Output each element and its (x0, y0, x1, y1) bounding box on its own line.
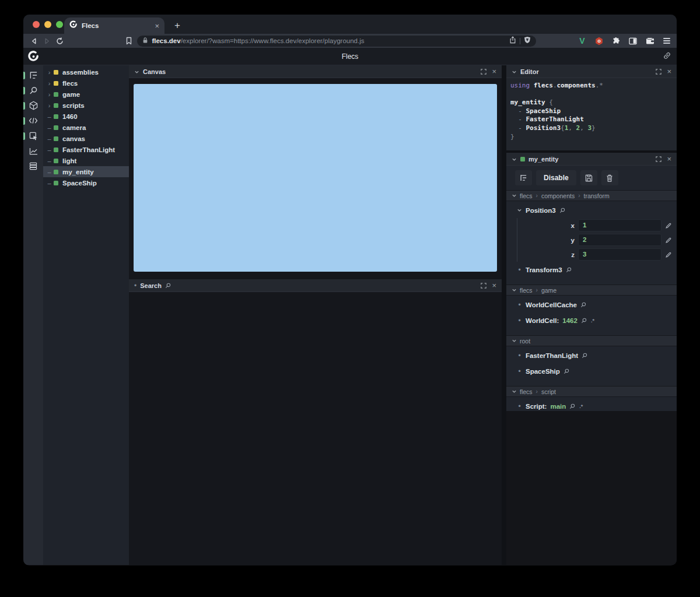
component-WorldCellCache[interactable]: •WorldCellCache (506, 297, 677, 312)
component-Position3[interactable]: Position3 (506, 202, 677, 218)
magnifier-icon[interactable] (569, 403, 575, 409)
expand-chevron-icon[interactable]: › (46, 91, 52, 98)
magnifier-icon[interactable] (566, 267, 572, 273)
section-header-flecs-game[interactable]: flecs›game (506, 285, 677, 296)
tree-item-my_entity[interactable]: –my_entity (43, 166, 129, 177)
close-window-button[interactable] (33, 21, 40, 28)
close-icon[interactable]: × (492, 68, 496, 75)
fullscreen-icon[interactable] (481, 66, 487, 77)
outline-tool-button[interactable] (23, 68, 43, 83)
bookmark-icon[interactable] (123, 35, 135, 47)
chevron-down-icon[interactable] (512, 154, 517, 164)
render-canvas[interactable] (134, 84, 497, 272)
window-controls[interactable] (33, 21, 63, 28)
minimize-window-button[interactable] (44, 21, 51, 28)
expand-chevron-icon[interactable]: › (46, 102, 52, 109)
component-SpaceShip[interactable]: •SpaceShip (506, 363, 677, 379)
disable-button[interactable]: Disable (536, 170, 576, 185)
url-domain: flecs.dev (152, 37, 180, 44)
tree-item-camera[interactable]: –camera (43, 122, 129, 133)
code-editor[interactable]: using flecs.components.* my_entity { - S… (506, 78, 677, 150)
fullscreen-icon[interactable] (656, 154, 662, 164)
wallet-icon[interactable] (645, 36, 655, 46)
code-tool-button[interactable] (23, 113, 43, 128)
component-FasterThanLight[interactable]: •FasterThanLight (506, 347, 677, 363)
chevron-down-icon[interactable] (134, 66, 139, 77)
rows-tool-button[interactable] (23, 159, 43, 174)
query-filter-button[interactable] (515, 170, 532, 185)
magnifier-icon[interactable] (582, 353, 587, 359)
tree-item-scripts[interactable]: ›scripts (43, 100, 129, 111)
cube-tool-button[interactable] (23, 98, 43, 113)
back-icon[interactable] (28, 35, 41, 47)
component-Transform3[interactable]: •Transform3 (506, 262, 677, 278)
bullet-icon[interactable]: • (517, 402, 522, 410)
section-header-root[interactable]: root (506, 335, 677, 346)
code-line: - Position3{1, 2, 3} (510, 124, 677, 133)
new-tab-button[interactable]: + (169, 17, 186, 34)
tree-item-SpaceShip[interactable]: –SpaceShip (43, 177, 129, 188)
bullet-icon[interactable]: • (517, 301, 522, 309)
search-tool-button[interactable] (23, 83, 43, 98)
browser-tab[interactable]: Flecs × (64, 17, 164, 34)
section-header-flecs-components-transform[interactable]: flecs›components›transform (506, 190, 677, 201)
section-body: •FasterThanLight•SpaceShip (506, 346, 677, 382)
close-icon[interactable]: × (667, 68, 671, 75)
chevron-down-icon[interactable] (512, 66, 517, 77)
vue-devtools-icon[interactable]: V (577, 36, 587, 46)
fullscreen-icon[interactable] (656, 66, 662, 77)
pencil-icon[interactable] (665, 251, 672, 258)
zoom-window-button[interactable] (56, 21, 63, 28)
close-icon[interactable]: × (492, 282, 496, 289)
tree-item-light[interactable]: –light (43, 155, 129, 166)
tab-close-icon[interactable]: × (155, 22, 159, 30)
link-icon[interactable] (663, 51, 671, 62)
chart-tool-button[interactable] (23, 143, 43, 159)
pencil-icon[interactable] (665, 222, 672, 229)
shield-icon[interactable] (524, 36, 531, 46)
trash-icon[interactable] (601, 170, 618, 185)
component-name: Position3 (526, 207, 556, 214)
path-separator: › (536, 192, 538, 199)
menu-icon[interactable] (662, 36, 672, 46)
tree-item-flecs[interactable]: ›flecs (43, 78, 129, 89)
expand-chevron-icon[interactable]: › (46, 69, 52, 76)
magnifier-icon[interactable] (559, 208, 565, 213)
component-Script[interactable]: •Script:main.* (506, 398, 677, 411)
field-row-z: z3 (517, 247, 677, 262)
magnifier-icon[interactable] (580, 302, 586, 308)
tree-item-game[interactable]: ›game (43, 89, 129, 100)
field-value-input[interactable]: 2 (578, 234, 662, 246)
sidebar-toggle-icon[interactable] (628, 36, 638, 46)
fullscreen-icon[interactable] (481, 280, 487, 291)
inspector-tool-button[interactable] (23, 128, 43, 143)
bullet-icon[interactable]: • (517, 352, 522, 360)
magnifier-icon[interactable] (564, 368, 569, 374)
puzzle-extensions-icon[interactable] (611, 36, 621, 46)
tree-item-assemblies[interactable]: ›assemblies (43, 66, 129, 78)
hexagon-extension-icon[interactable] (594, 36, 604, 46)
code-line: } (510, 133, 677, 142)
pencil-icon[interactable] (665, 237, 672, 244)
bullet-icon[interactable]: • (517, 266, 522, 274)
bullet-icon[interactable]: • (134, 282, 136, 290)
field-value-input[interactable]: 1 (578, 219, 662, 231)
section-header-flecs-script[interactable]: flecs›script (506, 386, 677, 397)
tree-item-1460[interactable]: –1460 (43, 111, 129, 122)
share-icon[interactable] (509, 36, 516, 46)
bullet-icon[interactable]: • (517, 367, 522, 375)
component-WorldCell[interactable]: •WorldCell:1462.* (506, 312, 677, 328)
tree-item-canvas[interactable]: –canvas (43, 133, 129, 144)
magnifier-icon[interactable] (581, 318, 587, 324)
tool-sidebar (23, 65, 43, 565)
tree-item-FasterThanLight[interactable]: –FasterThanLight (43, 144, 129, 155)
expand-chevron-icon[interactable]: › (46, 80, 52, 87)
bullet-icon[interactable]: • (517, 317, 522, 325)
chevron-down-icon[interactable] (517, 208, 522, 213)
forward-icon[interactable] (41, 35, 54, 47)
field-value-input[interactable]: 3 (578, 248, 662, 261)
close-icon[interactable]: × (667, 155, 671, 163)
save-icon[interactable] (580, 170, 597, 185)
url-bar[interactable]: flecs.dev/explorer/?wasm=https://www.fle… (137, 36, 536, 47)
reload-icon[interactable] (54, 35, 66, 47)
